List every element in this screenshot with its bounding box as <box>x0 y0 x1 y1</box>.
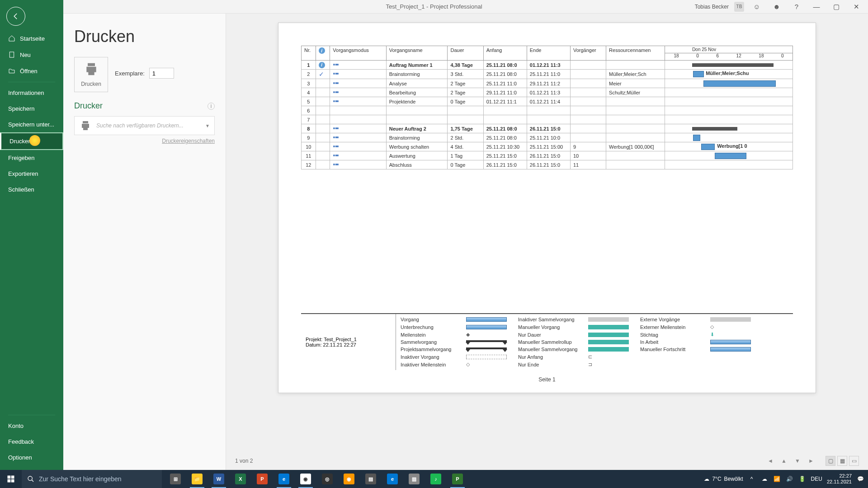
accessibility-icon[interactable]: ☻ <box>769 0 784 13</box>
svg-rect-7 <box>333 91 335 93</box>
main-content: Drucken Drucken Exemplare: Drucker i Suc… <box>63 14 868 470</box>
explorer-app[interactable]: 📁 <box>187 470 207 488</box>
powerpoint-app[interactable]: P <box>252 470 272 488</box>
edge-app[interactable]: e <box>274 470 294 488</box>
sidebar-home[interactable]: Startseite <box>0 30 63 47</box>
task-view[interactable]: ⊞ <box>165 470 185 488</box>
down-button[interactable]: ▼ <box>792 455 803 466</box>
print-settings-panel: Drucken Drucken Exemplare: Drucker i Suc… <box>63 14 226 470</box>
svg-rect-11 <box>333 127 335 129</box>
chrome-app[interactable]: ◉ <box>296 470 316 488</box>
legend-item-label: Nur Dauer <box>518 332 588 338</box>
maximize-button[interactable]: ▢ <box>829 0 844 13</box>
back-button[interactable] <box>6 7 25 26</box>
legend-item-label: Meilenstein <box>401 332 466 338</box>
close-button[interactable]: ✕ <box>849 0 863 13</box>
view-single-page[interactable]: ▢ <box>826 456 835 466</box>
print-preview: Nr. i Vorgangsmodus Vorgangsname Dauer A… <box>226 14 868 470</box>
col-info: i <box>316 46 330 61</box>
sidebar-share[interactable]: Freigeben <box>0 150 63 166</box>
sidebar-close[interactable]: Schließen <box>0 182 63 197</box>
svg-rect-6 <box>335 82 339 84</box>
printer-dropdown[interactable]: Suche nach verfügbaren Druckern... ▼ <box>74 116 215 135</box>
copies-input[interactable] <box>149 68 174 79</box>
start-button[interactable] <box>0 470 22 488</box>
user-avatar[interactable]: TB <box>734 2 744 12</box>
view-multi-page[interactable]: ▦ <box>837 456 847 466</box>
tray-chevron-icon[interactable]: ^ <box>748 475 756 483</box>
wifi-icon[interactable]: 📶 <box>773 475 781 483</box>
window-title: Test_Project_1 - Project Professional <box>386 3 482 10</box>
weather-widget[interactable]: ☁ 7°C Bewölkt <box>704 476 743 482</box>
sidebar-feedback[interactable]: Feedback <box>0 434 63 450</box>
legend-swatch <box>710 317 751 322</box>
legend-item-label: Manueller Fortschritt <box>640 347 710 352</box>
battery-icon[interactable]: 🔋 <box>798 475 807 483</box>
svg-rect-1 <box>333 64 335 66</box>
prev-page-button[interactable]: ◄ <box>765 455 776 466</box>
svg-rect-18 <box>335 155 339 156</box>
onedrive-icon[interactable]: ☁ <box>760 475 769 483</box>
clock[interactable]: 22:27 22.11.2021 <box>827 473 852 485</box>
legend-swatch <box>466 355 507 359</box>
legend-item-label: Nur Anfang <box>518 354 588 360</box>
print-button[interactable]: Drucken <box>74 57 108 92</box>
sidebar-open[interactable]: Öffnen <box>0 63 63 79</box>
edge-alt-app[interactable]: e <box>382 470 402 488</box>
app-orange[interactable]: ◉ <box>339 470 359 488</box>
col-name: Vorgangsname <box>386 46 448 61</box>
project-app[interactable]: P <box>448 470 467 488</box>
sidebar-options[interactable]: Optionen <box>0 450 63 465</box>
volume-icon[interactable]: 🔊 <box>786 475 794 483</box>
notifications-icon[interactable]: 💬 <box>856 475 864 483</box>
svg-rect-3 <box>333 73 335 75</box>
legend-swatch <box>710 347 751 352</box>
up-button[interactable]: ▲ <box>778 455 789 466</box>
app-generic1[interactable]: ▤ <box>361 470 381 488</box>
page-counter: 1 von 2 <box>235 458 765 464</box>
spotify-app[interactable]: ♪ <box>426 470 446 488</box>
sidebar-account[interactable]: Konto <box>0 418 63 434</box>
app-generic2[interactable]: ▥ <box>404 470 424 488</box>
user-name[interactable]: Tobias Becker <box>695 4 729 10</box>
sidebar-export[interactable]: Exportieren <box>0 166 63 182</box>
info-icon[interactable]: i <box>208 103 215 110</box>
col-gantt: Don 25 Nov 18 0 6 12 18 0 <box>665 46 793 61</box>
language-indicator[interactable]: DEU <box>811 476 822 482</box>
legend-item-label: Nur Ende <box>518 362 588 367</box>
word-app[interactable]: W <box>209 470 229 488</box>
sidebar-save[interactable]: Speichern <box>0 101 63 117</box>
backstage-sidebar: Startseite Neu Öffnen Informationen Spei… <box>0 0 63 470</box>
sidebar-info[interactable]: Informationen <box>0 85 63 101</box>
col-mode: Vorgangsmodus <box>330 46 386 61</box>
svg-rect-23 <box>8 479 11 483</box>
legend-item-label: Inaktiver Vorgang <box>401 354 466 360</box>
svg-rect-20 <box>335 164 339 165</box>
minimize-button[interactable]: — <box>809 0 824 13</box>
svg-rect-10 <box>335 100 339 102</box>
sidebar-home-label: Startseite <box>20 35 45 42</box>
smiley-icon[interactable]: ☺ <box>750 0 764 13</box>
info-column-icon: i <box>319 47 325 54</box>
excel-app[interactable]: X <box>231 470 250 488</box>
table-row: 7 <box>302 115 793 124</box>
next-page-button[interactable]: ► <box>806 455 816 466</box>
printer-properties-link[interactable]: Druckereigenschaften <box>74 138 215 144</box>
svg-rect-24 <box>11 479 14 483</box>
table-row: 4Bearbeitung2 Tage29.11.21 11:001.12.21 … <box>302 88 793 97</box>
taskbar-search[interactable]: Zur Suche Text hier eingeben <box>22 470 162 488</box>
col-res: Ressourcennamen <box>606 46 665 61</box>
help-icon[interactable]: ? <box>789 0 804 13</box>
legend-item-label: Inaktiver Meilenstein <box>401 362 466 367</box>
sidebar-saveas[interactable]: Speichern unter... <box>0 117 63 132</box>
legend-swatch: ⊐ <box>588 361 640 367</box>
svg-rect-0 <box>9 52 14 57</box>
legend-item-label: Inaktiver Sammelvorgang <box>518 317 588 322</box>
legend-swatch <box>466 317 507 322</box>
obs-app[interactable]: ◎ <box>317 470 337 488</box>
sidebar-print[interactable]: Drucken <box>0 132 63 150</box>
preview-page: Nr. i Vorgangsmodus Vorgangsname Dauer A… <box>278 23 816 393</box>
sidebar-new[interactable]: Neu <box>0 47 63 63</box>
view-zoom[interactable]: ▭ <box>849 456 859 466</box>
legend-item-label: Stichtag <box>640 332 710 338</box>
